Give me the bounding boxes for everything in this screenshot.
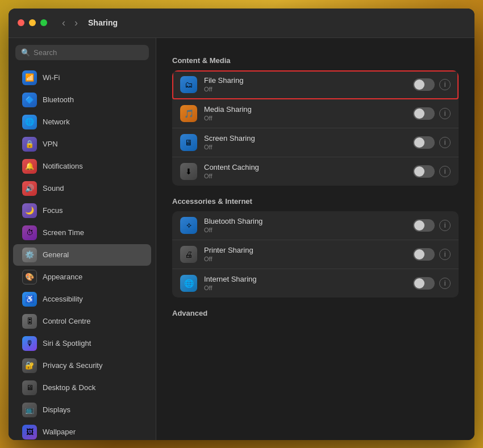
sidebar-label-sound: Sound bbox=[43, 184, 64, 192]
bluetooth-sharing-icon: ⟡ bbox=[180, 217, 197, 234]
sidebar-item-wallpaper[interactable]: 🖼Wallpaper bbox=[13, 421, 151, 440]
settings-row-media-sharing: 🎵Media SharingOffi bbox=[172, 99, 459, 128]
file-sharing-icon: 🗂 bbox=[180, 76, 197, 93]
sidebar-item-appearance[interactable]: 🎨Appearance bbox=[13, 266, 151, 288]
search-input[interactable] bbox=[34, 48, 143, 57]
internet-sharing-toggle[interactable] bbox=[413, 277, 435, 290]
sidebar-item-wifi[interactable]: 📶Wi-Fi bbox=[13, 67, 151, 89]
printer-sharing-toggle[interactable] bbox=[413, 248, 435, 261]
sidebar-label-wallpaper: Wallpaper bbox=[43, 428, 76, 436]
media-sharing-title: Media Sharing bbox=[204, 105, 406, 114]
sidebar-item-displays[interactable]: 📺Displays bbox=[13, 399, 151, 421]
settings-group-content-media: 🗂File SharingOffi🎵Media SharingOffi🖥Scre… bbox=[172, 70, 459, 186]
sidebar-item-general[interactable]: ⚙️General bbox=[13, 244, 151, 266]
forward-button[interactable]: › bbox=[71, 16, 81, 30]
settings-window: ‹ › Sharing 🔍 📶Wi-Fi🔷Bluetooth🌐Network🔒V… bbox=[9, 9, 474, 440]
sidebar-item-controlcentre[interactable]: 🎛Control Centre bbox=[13, 311, 151, 332]
controlcentre-icon: 🎛 bbox=[22, 314, 37, 329]
content-caching-title: Content Caching bbox=[204, 163, 406, 171]
titlebar: ‹ › Sharing bbox=[9, 9, 474, 38]
internet-sharing-info-button[interactable]: i bbox=[439, 278, 451, 289]
sidebar-item-siri[interactable]: 🎙Siri & Spotlight bbox=[13, 333, 151, 354]
content-caching-subtitle: Off bbox=[204, 173, 406, 179]
media-sharing-toggle[interactable] bbox=[413, 107, 435, 120]
sidebar-item-privacy[interactable]: 🔐Privacy & Security bbox=[13, 355, 151, 376]
sidebar-label-notifications: Notifications bbox=[43, 162, 83, 170]
network-icon: 🌐 bbox=[22, 115, 37, 129]
screen-sharing-info-button[interactable]: i bbox=[439, 137, 451, 148]
file-sharing-info-button[interactable]: i bbox=[439, 79, 451, 90]
sidebar-item-network[interactable]: 🌐Network bbox=[13, 111, 151, 133]
settings-row-printer-sharing: 🖨Printer SharingOffi bbox=[172, 240, 459, 269]
settings-row-internet-sharing: 🌐Internet SharingOffi bbox=[172, 269, 459, 298]
sidebar-label-desktop: Desktop & Dock bbox=[43, 383, 95, 392]
siri-icon: 🎙 bbox=[22, 336, 37, 351]
screen-sharing-toggle[interactable] bbox=[413, 136, 435, 149]
printer-sharing-text: Printer SharingOff bbox=[204, 246, 406, 262]
appearance-icon: 🎨 bbox=[22, 270, 37, 284]
sidebar-label-displays: Displays bbox=[43, 405, 70, 414]
content-caching-text: Content CachingOff bbox=[204, 163, 406, 179]
vpn-icon: 🔒 bbox=[22, 137, 37, 152]
back-button[interactable]: ‹ bbox=[59, 16, 69, 30]
screen-sharing-controls: i bbox=[413, 136, 451, 149]
sidebar-label-bluetooth: Bluetooth bbox=[43, 95, 74, 104]
section-title-accessories-internet: Accessories & Internet bbox=[172, 197, 459, 206]
sidebar-item-desktop[interactable]: 🖥Desktop & Dock bbox=[13, 377, 151, 399]
bluetooth-sharing-title: Bluetooth Sharing bbox=[204, 217, 406, 225]
sidebar-item-sound[interactable]: 🔊Sound bbox=[13, 178, 151, 199]
sidebar-item-screentime[interactable]: ⏱Screen Time bbox=[13, 222, 151, 244]
sidebar-item-vpn[interactable]: 🔒VPN bbox=[13, 133, 151, 155]
sidebar-label-privacy: Privacy & Security bbox=[43, 361, 102, 370]
media-sharing-icon: 🎵 bbox=[180, 105, 197, 122]
accessibility-icon: ♿ bbox=[22, 292, 37, 307]
sidebar-item-bluetooth[interactable]: 🔷Bluetooth bbox=[13, 89, 151, 111]
content-caching-icon: ⬇ bbox=[180, 163, 197, 180]
search-bar[interactable]: 🔍 bbox=[15, 45, 149, 60]
sidebar-label-screentime: Screen Time bbox=[43, 228, 84, 237]
sidebar-label-vpn: VPN bbox=[43, 140, 58, 148]
search-icon: 🔍 bbox=[21, 48, 30, 57]
sidebar-label-general: General bbox=[43, 250, 69, 259]
bluetooth-sharing-info-button[interactable]: i bbox=[439, 220, 451, 231]
sidebar-label-wifi: Wi-Fi bbox=[43, 73, 60, 82]
notifications-icon: 🔔 bbox=[22, 159, 37, 174]
printer-sharing-title: Printer Sharing bbox=[204, 246, 406, 254]
bluetooth-sharing-toggle[interactable] bbox=[413, 219, 435, 232]
close-button[interactable] bbox=[18, 19, 24, 26]
minimize-button[interactable] bbox=[29, 19, 36, 26]
file-sharing-text: File SharingOff bbox=[204, 76, 406, 93]
media-sharing-text: Media SharingOff bbox=[204, 105, 406, 122]
sidebar-item-notifications[interactable]: 🔔Notifications bbox=[13, 156, 151, 177]
sound-icon: 🔊 bbox=[22, 181, 37, 196]
settings-row-bluetooth-sharing: ⟡Bluetooth SharingOffi bbox=[172, 211, 459, 240]
screen-sharing-text: Screen SharingOff bbox=[204, 134, 406, 150]
printer-sharing-info-button[interactable]: i bbox=[439, 249, 451, 260]
displays-icon: 📺 bbox=[22, 403, 37, 417]
sidebar-item-focus[interactable]: 🌙Focus bbox=[13, 200, 151, 221]
wallpaper-icon: 🖼 bbox=[22, 425, 37, 439]
bluetooth-icon: 🔷 bbox=[22, 93, 37, 107]
settings-row-content-caching: ⬇Content CachingOffi bbox=[172, 157, 459, 186]
internet-sharing-icon: 🌐 bbox=[180, 275, 197, 292]
internet-sharing-subtitle: Off bbox=[204, 284, 406, 291]
screen-sharing-title: Screen Sharing bbox=[204, 134, 406, 143]
content-caching-controls: i bbox=[413, 165, 451, 178]
sidebar-item-accessibility[interactable]: ♿Accessibility bbox=[13, 288, 151, 310]
file-sharing-toggle[interactable] bbox=[413, 78, 435, 91]
sidebar-label-siri: Siri & Spotlight bbox=[43, 339, 91, 347]
media-sharing-info-button[interactable]: i bbox=[439, 108, 451, 119]
sidebar-label-network: Network bbox=[43, 118, 70, 126]
screen-sharing-icon: 🖥 bbox=[180, 134, 197, 151]
sidebar-label-accessibility: Accessibility bbox=[43, 295, 83, 303]
content-caching-info-button[interactable]: i bbox=[439, 166, 451, 177]
content-caching-toggle[interactable] bbox=[413, 165, 435, 178]
desktop-icon: 🖥 bbox=[22, 380, 37, 395]
wifi-icon: 📶 bbox=[22, 70, 37, 85]
screen-sharing-subtitle: Off bbox=[204, 144, 406, 150]
general-icon: ⚙️ bbox=[22, 248, 37, 262]
section-title-advanced: Advanced bbox=[172, 309, 459, 317]
printer-sharing-subtitle: Off bbox=[204, 256, 406, 262]
maximize-button[interactable] bbox=[40, 19, 47, 26]
settings-row-screen-sharing: 🖥Screen SharingOffi bbox=[172, 128, 459, 157]
